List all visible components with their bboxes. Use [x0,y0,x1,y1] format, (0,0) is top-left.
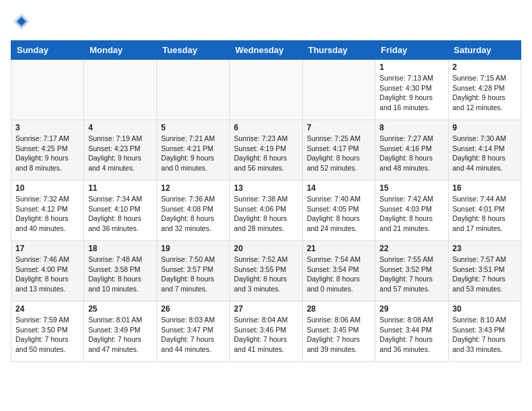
day-of-week-header: Tuesday [157,41,229,60]
day-number: 23 [453,244,517,253]
calendar-cell: 19Sunrise: 7:50 AM Sunset: 3:57 PM Dayli… [157,241,229,302]
calendar-cell: 26Sunrise: 8:03 AM Sunset: 3:47 PM Dayli… [157,302,229,362]
day-number: 25 [88,304,152,314]
calendar-table: SundayMondayTuesdayWednesdayThursdayFrid… [11,40,521,362]
day-info: Sunrise: 7:19 AM Sunset: 4:23 PM Dayligh… [88,134,152,173]
calendar-cell [302,60,375,120]
day-number: 3 [15,123,79,132]
calendar-cell: 2Sunrise: 7:15 AM Sunset: 4:28 PM Daylig… [448,60,521,120]
day-number: 5 [161,123,225,132]
day-of-week-header: Friday [375,41,448,60]
day-info: Sunrise: 7:46 AM Sunset: 4:00 PM Dayligh… [15,255,79,294]
day-info: Sunrise: 8:10 AM Sunset: 3:43 PM Dayligh… [453,315,517,355]
calendar-cell: 18Sunrise: 7:48 AM Sunset: 3:58 PM Dayli… [84,241,157,302]
calendar-cell: 25Sunrise: 8:01 AM Sunset: 3:49 PM Dayli… [84,302,157,362]
calendar-cell: 21Sunrise: 7:54 AM Sunset: 3:54 PM Dayli… [302,241,375,302]
day-info: Sunrise: 7:55 AM Sunset: 3:52 PM Dayligh… [380,255,443,294]
calendar-cell: 13Sunrise: 7:38 AM Sunset: 4:06 PM Dayli… [230,181,302,241]
calendar-cell: 30Sunrise: 8:10 AM Sunset: 3:43 PM Dayli… [448,302,521,362]
day-number: 19 [161,244,225,253]
day-info: Sunrise: 8:04 AM Sunset: 3:46 PM Dayligh… [234,315,298,355]
day-number: 7 [307,123,371,132]
calendar-cell [157,60,229,120]
calendar-cell: 16Sunrise: 7:44 AM Sunset: 4:01 PM Dayli… [448,181,521,241]
page-header [11,11,521,32]
day-info: Sunrise: 7:25 AM Sunset: 4:17 PM Dayligh… [307,134,371,173]
day-number: 9 [453,123,517,132]
day-info: Sunrise: 7:23 AM Sunset: 4:19 PM Dayligh… [234,134,298,173]
day-info: Sunrise: 7:40 AM Sunset: 4:05 PM Dayligh… [307,194,371,234]
day-of-week-header: Monday [84,41,157,60]
calendar-cell: 23Sunrise: 7:57 AM Sunset: 3:51 PM Dayli… [448,241,521,302]
day-of-week-header: Saturday [448,41,521,60]
day-of-week-header: Wednesday [230,41,302,60]
calendar-cell: 17Sunrise: 7:46 AM Sunset: 4:00 PM Dayli… [11,241,84,302]
day-info: Sunrise: 7:34 AM Sunset: 4:10 PM Dayligh… [88,194,152,234]
calendar-cell: 9Sunrise: 7:30 AM Sunset: 4:14 PM Daylig… [448,120,521,181]
day-number: 8 [380,123,443,132]
day-number: 16 [453,183,517,193]
calendar-cell: 1Sunrise: 7:13 AM Sunset: 4:30 PM Daylig… [375,60,448,120]
day-number: 11 [88,183,152,193]
week-row: 24Sunrise: 7:59 AM Sunset: 3:50 PM Dayli… [11,302,521,362]
day-info: Sunrise: 8:01 AM Sunset: 3:49 PM Dayligh… [88,315,152,355]
calendar-cell: 11Sunrise: 7:34 AM Sunset: 4:10 PM Dayli… [84,181,157,241]
calendar-cell: 6Sunrise: 7:23 AM Sunset: 4:19 PM Daylig… [230,120,302,181]
day-info: Sunrise: 7:52 AM Sunset: 3:55 PM Dayligh… [234,255,298,294]
day-info: Sunrise: 7:38 AM Sunset: 4:06 PM Dayligh… [234,194,298,234]
calendar-cell: 4Sunrise: 7:19 AM Sunset: 4:23 PM Daylig… [84,120,157,181]
week-row: 17Sunrise: 7:46 AM Sunset: 4:00 PM Dayli… [11,241,521,302]
week-row: 1Sunrise: 7:13 AM Sunset: 4:30 PM Daylig… [11,60,521,120]
day-info: Sunrise: 8:06 AM Sunset: 3:45 PM Dayligh… [307,315,371,355]
day-number: 6 [234,123,298,132]
day-number: 29 [380,304,443,314]
day-number: 12 [161,183,225,193]
day-number: 1 [380,62,443,72]
day-info: Sunrise: 7:21 AM Sunset: 4:21 PM Dayligh… [161,134,225,173]
day-info: Sunrise: 8:03 AM Sunset: 3:47 PM Dayligh… [161,315,225,355]
day-info: Sunrise: 7:42 AM Sunset: 4:03 PM Dayligh… [380,194,443,234]
day-number: 28 [307,304,371,314]
day-info: Sunrise: 7:50 AM Sunset: 3:57 PM Dayligh… [161,255,225,294]
day-info: Sunrise: 7:27 AM Sunset: 4:16 PM Dayligh… [380,134,443,173]
day-info: Sunrise: 7:30 AM Sunset: 4:14 PM Dayligh… [453,134,517,173]
calendar-cell: 29Sunrise: 8:08 AM Sunset: 3:44 PM Dayli… [375,302,448,362]
day-number: 10 [15,183,79,193]
logo-icon [11,11,32,32]
day-number: 20 [234,244,298,253]
calendar-cell: 10Sunrise: 7:32 AM Sunset: 4:12 PM Dayli… [11,181,84,241]
day-info: Sunrise: 7:13 AM Sunset: 4:30 PM Dayligh… [380,73,443,113]
day-info: Sunrise: 7:32 AM Sunset: 4:12 PM Dayligh… [15,194,79,234]
day-info: Sunrise: 7:36 AM Sunset: 4:08 PM Dayligh… [161,194,225,234]
day-info: Sunrise: 7:44 AM Sunset: 4:01 PM Dayligh… [453,194,517,234]
calendar-cell [11,60,84,120]
calendar-cell: 28Sunrise: 8:06 AM Sunset: 3:45 PM Dayli… [302,302,375,362]
calendar-cell: 3Sunrise: 7:17 AM Sunset: 4:25 PM Daylig… [11,120,84,181]
day-number: 15 [380,183,443,193]
day-info: Sunrise: 7:57 AM Sunset: 3:51 PM Dayligh… [453,255,517,294]
day-number: 26 [161,304,225,314]
calendar-cell: 24Sunrise: 7:59 AM Sunset: 3:50 PM Dayli… [11,302,84,362]
day-of-week-header: Sunday [11,41,84,60]
calendar-cell [84,60,157,120]
day-info: Sunrise: 8:08 AM Sunset: 3:44 PM Dayligh… [380,315,443,355]
day-number: 24 [15,304,79,314]
day-number: 30 [453,304,517,314]
day-number: 2 [453,62,517,72]
calendar-cell [230,60,302,120]
day-number: 22 [380,244,443,253]
week-row: 3Sunrise: 7:17 AM Sunset: 4:25 PM Daylig… [11,120,521,181]
day-number: 14 [307,183,371,193]
day-info: Sunrise: 7:15 AM Sunset: 4:28 PM Dayligh… [453,73,517,113]
day-info: Sunrise: 7:48 AM Sunset: 3:58 PM Dayligh… [88,255,152,294]
day-number: 13 [234,183,298,193]
day-of-week-header: Thursday [302,41,375,60]
calendar-cell: 8Sunrise: 7:27 AM Sunset: 4:16 PM Daylig… [375,120,448,181]
calendar-cell: 7Sunrise: 7:25 AM Sunset: 4:17 PM Daylig… [302,120,375,181]
calendar-header-row: SundayMondayTuesdayWednesdayThursdayFrid… [11,41,521,60]
day-info: Sunrise: 7:54 AM Sunset: 3:54 PM Dayligh… [307,255,371,294]
calendar-cell: 12Sunrise: 7:36 AM Sunset: 4:08 PM Dayli… [157,181,229,241]
calendar-cell: 5Sunrise: 7:21 AM Sunset: 4:21 PM Daylig… [157,120,229,181]
calendar-cell: 27Sunrise: 8:04 AM Sunset: 3:46 PM Dayli… [230,302,302,362]
calendar-cell: 22Sunrise: 7:55 AM Sunset: 3:52 PM Dayli… [375,241,448,302]
